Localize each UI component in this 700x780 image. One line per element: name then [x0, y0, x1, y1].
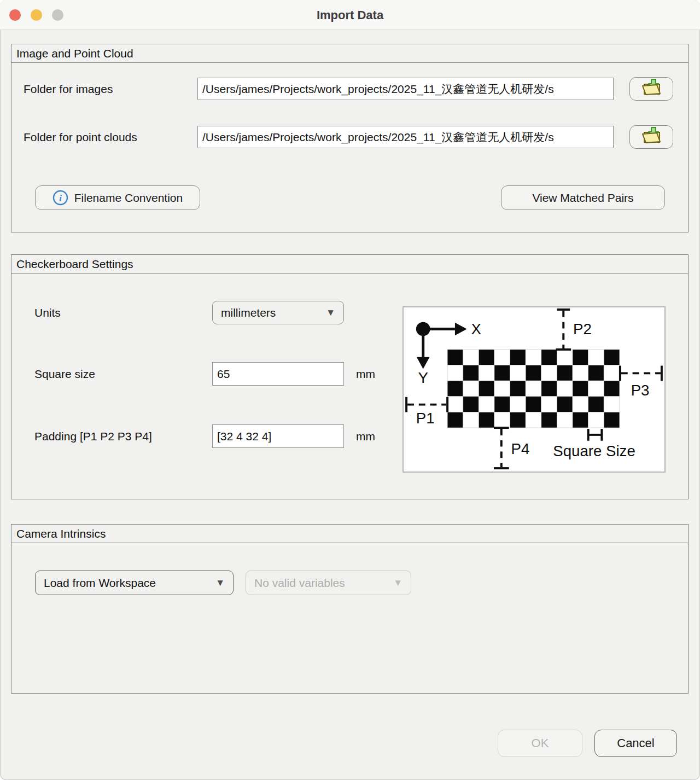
open-folder-icon: [639, 126, 663, 148]
x-axis-label: X: [471, 321, 481, 337]
units-dropdown[interactable]: millimeters ▼: [212, 301, 344, 324]
folder-for-images-label: Folder for images: [24, 78, 113, 100]
import-data-dialog: Import Data Image and Point Cloud Folder…: [0, 0, 700, 780]
padding-unit: mm: [356, 424, 375, 448]
p2-dimension-marker: [556, 310, 571, 350]
units-label: Units: [34, 301, 61, 324]
ok-button[interactable]: OK: [498, 730, 582, 757]
chevron-down-icon: ▼: [326, 307, 335, 318]
p4-label: P4: [511, 440, 530, 457]
square-size-dimension-marker: [588, 429, 602, 441]
browse-images-folder-button[interactable]: [629, 77, 673, 101]
folder-for-images-input[interactable]: [197, 78, 614, 100]
checkerboard-diagram: X Y P2 P3: [402, 306, 666, 473]
browse-point-clouds-folder-button[interactable]: [629, 125, 673, 149]
view-matched-pairs-label: View Matched Pairs: [532, 191, 633, 205]
intrinsics-source-dropdown[interactable]: Load from Workspace ▼: [35, 571, 234, 595]
units-dropdown-value: millimeters: [221, 306, 276, 319]
checkerboard-pattern: [447, 350, 620, 428]
filename-convention-button[interactable]: i Filename Convention: [35, 185, 200, 210]
open-folder-icon: [639, 78, 663, 100]
svg-text:i: i: [59, 193, 62, 203]
group-image-and-point-cloud: Image and Point Cloud Folder for images …: [11, 44, 689, 232]
view-matched-pairs-button[interactable]: View Matched Pairs: [501, 185, 665, 210]
p1-label: P1: [416, 410, 435, 427]
y-axis-label: Y: [418, 369, 428, 386]
square-size-unit: mm: [356, 362, 375, 386]
window-title: Import Data: [0, 0, 700, 30]
info-icon: i: [52, 190, 68, 206]
folder-for-point-clouds-label: Folder for point clouds: [24, 126, 137, 148]
p3-dimension-marker: [620, 366, 662, 381]
intrinsics-variables-value: No valid variables: [254, 577, 345, 590]
padding-input[interactable]: [212, 424, 344, 448]
padding-label: Padding [P1 P2 P3 P4]: [34, 424, 152, 448]
chevron-down-icon: ▼: [215, 578, 225, 589]
intrinsics-source-value: Load from Workspace: [44, 577, 156, 590]
group-title-camera-intrinsics: Camera Intrinsics: [11, 525, 688, 543]
square-size-input[interactable]: [212, 362, 344, 386]
p4-dimension-marker: [494, 428, 509, 468]
titlebar: Import Data: [0, 0, 700, 30]
cancel-button[interactable]: Cancel: [594, 730, 677, 757]
chevron-down-icon: ▼: [393, 578, 402, 589]
filename-convention-label: Filename Convention: [74, 191, 183, 205]
group-checkerboard-settings: Checkerboard Settings Units millimeters …: [11, 254, 689, 499]
p3-label: P3: [631, 382, 650, 399]
group-title-checkerboard-settings: Checkerboard Settings: [11, 255, 688, 273]
intrinsics-variables-dropdown[interactable]: No valid variables ▼: [246, 571, 411, 595]
square-size-label: Square size: [34, 362, 95, 386]
group-title-image-and-point-cloud: Image and Point Cloud: [11, 44, 688, 63]
folder-for-point-clouds-input[interactable]: [197, 126, 614, 148]
cancel-button-label: Cancel: [617, 736, 654, 750]
p2-label: P2: [573, 321, 592, 337]
ok-button-label: OK: [532, 736, 549, 750]
group-camera-intrinsics: Camera Intrinsics Load from Workspace ▼ …: [11, 524, 689, 694]
square-size-diagram-label: Square Size: [553, 443, 635, 459]
